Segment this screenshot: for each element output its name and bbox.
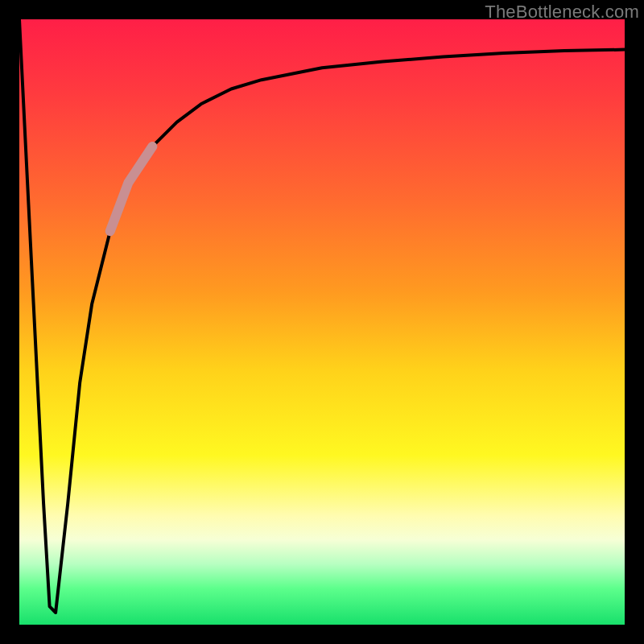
curve-layer: [19, 19, 625, 625]
plot-area: [19, 19, 625, 625]
attribution-text: TheBottleneck.com: [485, 2, 639, 23]
bottleneck-curve-highlight: [110, 147, 153, 231]
bottleneck-curve: [19, 19, 625, 613]
chart-frame: TheBottleneck.com: [0, 0, 644, 644]
